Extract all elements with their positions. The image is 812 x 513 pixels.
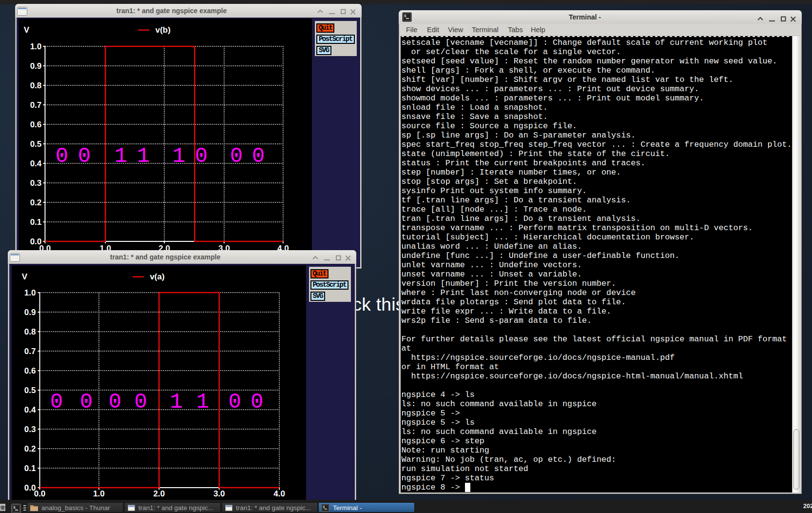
svg-text:0.0: 0.0	[34, 489, 45, 498]
svg-text:4.0: 4.0	[273, 489, 285, 498]
svg-text:0.6: 0.6	[30, 120, 42, 129]
svg-text:v(a): v(a)	[150, 272, 164, 281]
svg-text:2.0: 2.0	[153, 489, 165, 498]
svg-text:0.5: 0.5	[24, 386, 36, 395]
svg-text:0.9: 0.9	[30, 61, 42, 71]
svg-text:1.0: 1.0	[24, 288, 36, 297]
svg-text:$: $	[13, 505, 16, 510]
svg-text:0.6: 0.6	[24, 366, 36, 375]
svg-text:0.5: 0.5	[30, 139, 42, 149]
svg-text:0.2: 0.2	[30, 198, 42, 207]
svg-text:0.7: 0.7	[30, 100, 42, 110]
svg-text:V: V	[24, 25, 30, 35]
svg-text:$: $	[323, 505, 325, 509]
svg-text:1: 1	[115, 144, 127, 168]
svg-text:1.0: 1.0	[30, 42, 42, 51]
svg-text:0.7: 0.7	[24, 347, 36, 356]
svg-text:v(b): v(b)	[155, 25, 171, 35]
svg-text:0.8: 0.8	[30, 81, 42, 90]
svg-text:1: 1	[170, 390, 182, 414]
svg-text:0.3: 0.3	[24, 425, 36, 434]
svg-text:0.8: 0.8	[24, 327, 36, 336]
svg-text:0.4: 0.4	[30, 159, 42, 168]
svg-text:1: 1	[137, 144, 150, 168]
svg-text:1: 1	[173, 144, 185, 168]
svg-text:0.3: 0.3	[30, 178, 42, 188]
svg-text:0.2: 0.2	[24, 444, 36, 454]
svg-text:1: 1	[196, 390, 209, 414]
svg-text:0.1: 0.1	[24, 464, 36, 473]
svg-text:1.0: 1.0	[93, 489, 105, 498]
svg-text:0.9: 0.9	[24, 308, 36, 317]
svg-text:$: $	[404, 14, 406, 18]
svg-text:0.4: 0.4	[24, 405, 36, 414]
svg-text:V: V	[21, 272, 27, 281]
svg-text:3.0: 3.0	[213, 489, 225, 498]
svg-text:0.1: 0.1	[30, 217, 42, 227]
